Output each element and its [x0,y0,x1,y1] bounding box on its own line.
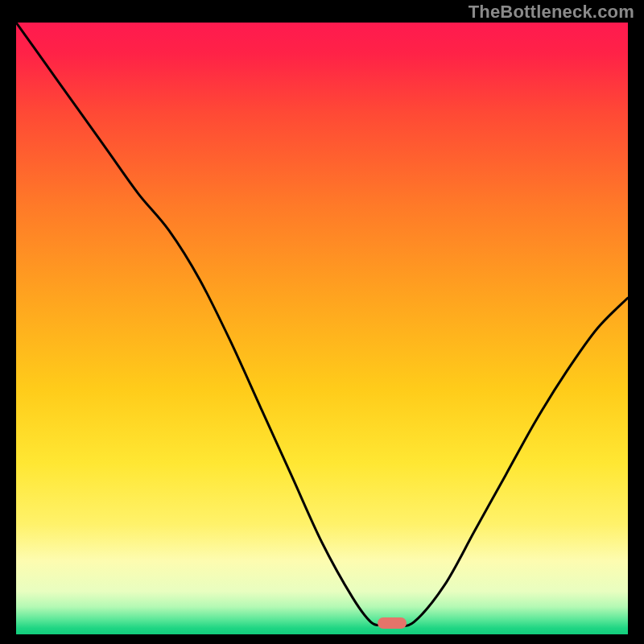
optimum-marker [378,617,407,629]
plot-area [16,23,628,634]
chart-container: TheBottleneck.com [0,0,644,644]
watermark-text: TheBottleneck.com [469,2,634,23]
plot-svg [16,23,628,634]
